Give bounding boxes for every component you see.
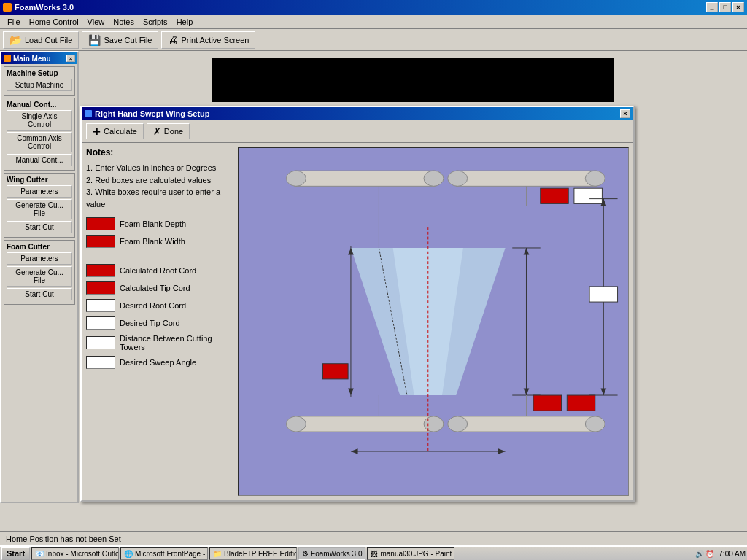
done-button[interactable]: ✗ Done xyxy=(147,123,190,139)
print-active-screen-button[interactable]: 🖨 Print Active Screen xyxy=(161,31,255,49)
svg-point-27 xyxy=(424,416,444,432)
menu-scripts[interactable]: Scripts xyxy=(139,16,172,28)
common-axis-control-button[interactable]: Common Axis Control xyxy=(7,132,72,152)
foam-blank-width-row: Foam Blank Width xyxy=(86,235,232,248)
svg-point-29 xyxy=(585,416,605,432)
save-cut-file-button[interactable]: 💾 Save Cut File xyxy=(82,31,158,49)
foam-blank-width-label: Foam Blank Width xyxy=(120,237,185,246)
wing-parameters-button[interactable]: Parameters xyxy=(7,185,72,198)
calculate-button[interactable]: ✚ Calculate xyxy=(86,123,144,139)
toolbar: 📂 Load Cut File 💾 Save Cut File 🖨 Print … xyxy=(0,29,747,51)
notes-text: 1. Enter Values in inches or Degrees 2. … xyxy=(86,162,232,210)
wing-cutter-section: Wing Cutter Parameters Generate Cu... Fi… xyxy=(4,173,75,238)
maximize-button[interactable]: □ xyxy=(719,2,731,12)
menu-home-control[interactable]: Home Control xyxy=(25,16,83,28)
main-menu-close[interactable]: × xyxy=(66,55,75,62)
start-button[interactable]: Start xyxy=(1,547,30,560)
calc-root-cord-input[interactable] xyxy=(86,264,115,277)
menu-file[interactable]: File xyxy=(3,16,25,28)
wing-generate-cut-button[interactable]: Generate Cu... File xyxy=(7,199,72,219)
main-menu-title: Main Menu xyxy=(13,55,51,63)
foam-blank-depth-label: Foam Blank Depth xyxy=(120,219,186,228)
manual-control-section: Manual Cont... Single Axis Control Commo… xyxy=(4,98,75,171)
svg-point-6 xyxy=(585,171,605,186)
load-cut-file-button[interactable]: 📂 Load Cut File xyxy=(3,31,79,49)
svg-rect-24 xyxy=(295,416,435,432)
desired-tip-cord-input[interactable] xyxy=(86,316,115,330)
dialog-body: Notes: 1. Enter Values in inches or Degr… xyxy=(82,143,633,500)
main-menu-title-bar: Main Menu × xyxy=(1,52,77,64)
taskbar: Start 📧 Inbox - Microsoft Outlook 🌐 Micr… xyxy=(0,545,747,560)
done-icon: ✗ xyxy=(153,126,161,137)
svg-point-3 xyxy=(286,171,306,186)
taskbar-item-bladeftp[interactable]: 📁 BladeFTP FREE Edition xyxy=(209,547,297,560)
svg-point-4 xyxy=(424,171,444,186)
machine-setup-label: Machine Setup xyxy=(7,69,72,77)
taskbar-time: 7:00 AM xyxy=(719,550,746,558)
title-bar-buttons: _ □ × xyxy=(706,2,744,12)
close-button[interactable]: × xyxy=(732,2,744,12)
machine-setup-section: Machine Setup Setup Machine xyxy=(4,66,75,96)
svg-rect-9 xyxy=(541,188,568,203)
menu-bar: File Home Control View Notes Scripts Hel… xyxy=(0,15,747,29)
svg-point-28 xyxy=(448,416,468,432)
calc-root-cord-row: Calculated Root Cord xyxy=(86,264,232,277)
manual-cont-button[interactable]: Manual Cont... xyxy=(7,154,72,166)
foam-blank-depth-row: Foam Blank Depth xyxy=(86,217,232,230)
calc-tip-cord-row: Calculated Tip Cord xyxy=(86,281,232,295)
fw-taskbar-icon: ⚙ xyxy=(302,550,309,558)
status-text: Home Position has not been Set xyxy=(6,534,121,543)
sweep-angle-label: Desired Sweep Angle xyxy=(120,358,196,367)
foam-cutter-section: Foam Cutter Parameters Generate Cu... Fi… xyxy=(4,240,75,305)
menu-help[interactable]: Help xyxy=(172,16,198,28)
manual-control-label: Manual Cont... xyxy=(7,101,72,109)
wing-start-cut-button[interactable]: Start Cut xyxy=(7,221,72,233)
dialog-toolbar: ✚ Calculate ✗ Done xyxy=(82,120,633,143)
app-title: FoamWorks 3.0 xyxy=(15,3,74,12)
app-icon xyxy=(3,3,12,12)
paint-icon: 🖼 xyxy=(371,550,378,558)
sweep-angle-input[interactable] xyxy=(86,356,115,369)
taskbar-item-paint[interactable]: 🖼 manual30.JPG - Paint xyxy=(367,547,454,560)
swept-wing-dialog: Right Hand Swept Wing Setup × ✚ Calculat… xyxy=(80,106,635,502)
note-3: 3. White boxes require user to enter a v… xyxy=(86,186,232,210)
desired-root-cord-input[interactable] xyxy=(86,299,115,312)
note-2: 2. Red boxes are calculated values xyxy=(86,174,232,187)
distance-towers-row: Distance Between Cutting Towers xyxy=(86,334,232,351)
frontpage-icon: 🌐 xyxy=(124,550,133,558)
distance-towers-input[interactable] xyxy=(86,336,115,349)
setup-machine-button[interactable]: Setup Machine xyxy=(7,79,72,91)
calc-tip-cord-input[interactable] xyxy=(86,281,115,295)
taskbar-item-outlook[interactable]: 📧 Inbox - Microsoft Outlook xyxy=(31,547,119,560)
desired-tip-cord-label: Desired Tip Cord xyxy=(120,319,180,327)
sweep-angle-row: Desired Sweep Angle xyxy=(86,356,232,369)
foam-cutter-label: Foam Cutter xyxy=(7,243,72,251)
svg-rect-1 xyxy=(295,171,435,186)
foam-blank-width-input[interactable] xyxy=(86,235,115,248)
svg-rect-10 xyxy=(574,188,602,203)
menu-notes[interactable]: Notes xyxy=(109,16,139,28)
dialog-icon xyxy=(85,110,92,117)
main-menu-icon xyxy=(4,55,11,62)
single-axis-control-button[interactable]: Single Axis Control xyxy=(7,110,72,131)
foam-generate-cut-button[interactable]: Generate Cu... File xyxy=(7,266,72,287)
taskbar-item-foamworks[interactable]: ⚙ FoamWorks 3.0 xyxy=(298,547,365,560)
foam-start-cut-button[interactable]: Start Cut xyxy=(7,288,72,300)
outlook-icon: 📧 xyxy=(35,550,44,558)
print-icon: 🖨 xyxy=(168,34,178,46)
menu-view[interactable]: View xyxy=(83,16,109,28)
notes-panel: Notes: 1. Enter Values in inches or Degr… xyxy=(86,147,232,496)
foam-parameters-button[interactable]: Parameters xyxy=(7,252,72,265)
note-1: 1. Enter Values in inches or Degrees xyxy=(86,162,232,174)
save-icon: 💾 xyxy=(88,34,101,46)
wing-diagram xyxy=(238,147,629,496)
foam-blank-depth-input[interactable] xyxy=(86,217,115,230)
svg-point-26 xyxy=(286,416,306,432)
black-screen xyxy=(212,58,614,102)
desired-root-cord-row: Desired Root Cord xyxy=(86,299,232,312)
dialog-title-bar[interactable]: Right Hand Swept Wing Setup × xyxy=(82,107,633,120)
dialog-close-button[interactable]: × xyxy=(620,109,630,118)
minimize-button[interactable]: _ xyxy=(706,2,718,12)
svg-rect-33 xyxy=(567,395,595,411)
taskbar-item-frontpage[interactable]: 🌐 Microsoft FrontPage - C:... xyxy=(120,547,208,560)
